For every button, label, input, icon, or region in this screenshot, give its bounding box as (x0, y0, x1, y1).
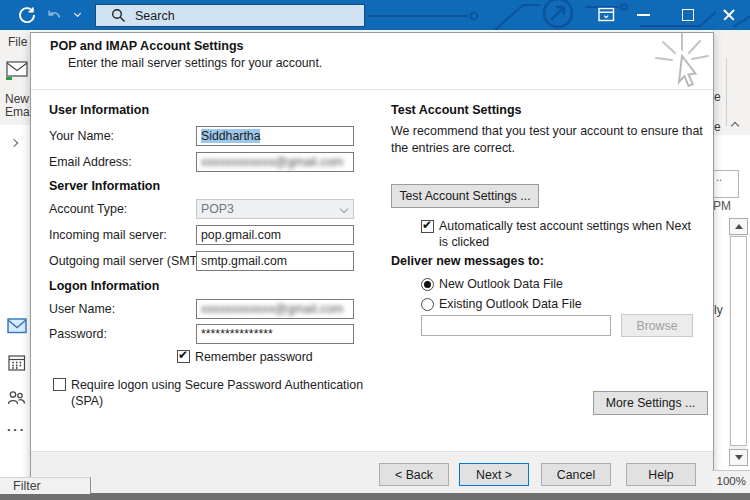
message-time: PM (713, 199, 731, 213)
dialog-subtitle: Enter the mail server settings for your … (68, 56, 322, 70)
logon-information-heading: Logon Information (49, 279, 159, 293)
account-type-value: POP3 (201, 202, 234, 216)
ribbon-cut-text-1: e (714, 90, 721, 104)
new-email-label-line2: Email (5, 105, 30, 119)
more-settings-button[interactable]: More Settings ... (593, 391, 708, 415)
username-label: User Name: (49, 302, 115, 316)
mouse-cursor-click-icon (648, 30, 712, 94)
password-input[interactable]: *************** (196, 324, 354, 344)
scrollbar-thumb[interactable] (730, 236, 747, 446)
password-value: *************** (201, 327, 273, 341)
ribbon-right-fragment: e e (712, 30, 750, 135)
status-filter-segment: Filter (0, 477, 91, 494)
username-value: xxxxxxxxxxxx@gmail.com (201, 302, 343, 316)
cancel-button[interactable]: Cancel (541, 463, 611, 486)
app-titlebar: Search (0, 0, 750, 30)
status-zoom-control[interactable]: 100% (712, 470, 750, 493)
next-button[interactable]: Next > (459, 463, 529, 486)
message-list-avatar-fragment: .. (711, 170, 739, 198)
account-type-label: Account Type: (49, 202, 127, 216)
outgoing-server-input[interactable]: smtp.gmail.com (196, 251, 354, 271)
close-button[interactable] (722, 8, 736, 22)
incoming-server-input[interactable]: pop.gmail.com (196, 225, 354, 245)
maximize-button[interactable] (682, 9, 694, 21)
ribbon-display-options-icon[interactable] (598, 7, 615, 23)
help-button[interactable]: Help (626, 463, 696, 486)
test-account-settings-description: We recommend that you test your account … (391, 123, 713, 156)
ribbon-cut-text-2: e (714, 120, 721, 134)
your-name-input[interactable]: Siddhartha (196, 126, 354, 146)
expand-folder-pane-icon[interactable] (10, 139, 18, 147)
data-file-path-input[interactable] (421, 315, 611, 336)
scroll-up-button[interactable] (729, 218, 748, 235)
header-separator (31, 89, 713, 90)
email-address-input[interactable]: xxxxxxxxxxxx@gmail.com (196, 152, 354, 172)
incoming-server-label: Incoming mail server: (49, 228, 167, 242)
search-input[interactable]: Search (95, 4, 365, 27)
test-account-settings-heading: Test Account Settings (391, 103, 522, 117)
message-cut-text: ly (714, 303, 723, 317)
pop-imap-account-settings-dialog: POP and IMAP Account Settings Enter the … (30, 32, 714, 494)
collapse-ribbon-icon[interactable] (731, 122, 739, 130)
undo-icon[interactable] (45, 6, 63, 24)
file-tab[interactable]: File (8, 35, 27, 49)
new-data-file-radio[interactable] (421, 278, 434, 291)
new-data-file-label: New Outlook Data File (439, 277, 563, 291)
minimize-button[interactable] (637, 14, 650, 16)
user-information-heading: User Information (49, 103, 149, 117)
ribbon-left-fragment: File New Email (0, 30, 30, 125)
spa-checkbox[interactable] (53, 378, 66, 391)
username-input[interactable]: xxxxxxxxxxxx@gmail.com (196, 299, 354, 319)
window-bottom-edge (0, 493, 750, 500)
incoming-server-value: pop.gmail.com (201, 228, 281, 242)
auto-test-checkbox[interactable] (421, 220, 434, 233)
existing-data-file-label: Existing Outlook Data File (439, 297, 582, 311)
remember-password-checkbox[interactable] (177, 350, 190, 363)
spa-label: Require logon using Secure Password Auth… (71, 377, 369, 409)
search-icon (111, 8, 126, 23)
outgoing-server-label: Outgoing mail server (SMTP): (49, 254, 213, 268)
server-information-heading: Server Information (49, 179, 160, 193)
auto-test-label: Automatically test account settings when… (439, 218, 695, 250)
status-filter-text: Filter (13, 479, 41, 493)
mail-nav-icon[interactable] (7, 318, 27, 334)
remember-password-label: Remember password (195, 350, 313, 364)
your-name-value: Siddhartha (201, 129, 260, 143)
test-account-settings-button[interactable]: Test Account Settings ... (391, 184, 539, 208)
send-receive-icon[interactable] (17, 5, 37, 25)
scroll-down-button[interactable] (729, 449, 748, 466)
status-zoom-text: 100% (717, 475, 746, 487)
calendar-nav-icon[interactable] (8, 354, 26, 371)
browse-button: Browse (621, 314, 693, 337)
email-address-value: xxxxxxxxxxxx@gmail.com (201, 155, 343, 169)
account-type-dropdown: POP3 (196, 199, 354, 219)
new-email-label-line1: New (5, 92, 29, 106)
ribbon-group-divider (726, 58, 727, 126)
deliver-heading: Deliver new messages to: (391, 254, 544, 268)
back-button[interactable]: < Back (379, 463, 449, 486)
more-apps-icon[interactable]: ··· (7, 422, 26, 437)
existing-data-file-radio[interactable] (421, 298, 434, 311)
outgoing-server-value: smtp.gmail.com (201, 254, 287, 268)
dialog-title: POP and IMAP Account Settings (50, 39, 244, 53)
new-email-icon[interactable] (6, 60, 30, 82)
email-address-label: Email Address: (49, 155, 132, 169)
password-label: Password: (49, 327, 107, 341)
people-nav-icon[interactable] (7, 390, 26, 406)
search-placeholder: Search (135, 9, 175, 23)
your-name-label: Your Name: (49, 129, 114, 143)
dropdown-chevron-icon (340, 205, 348, 213)
